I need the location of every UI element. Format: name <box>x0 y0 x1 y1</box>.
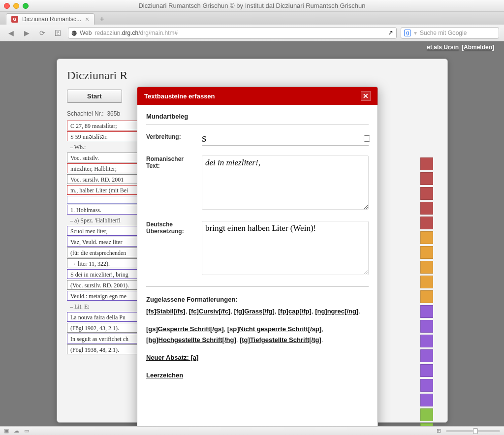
reader-icon[interactable]: ↗ <box>388 29 393 36</box>
format-tag-link[interactable]: [gs]Gesperrte Schrift[/gs] <box>146 325 223 333</box>
key-icon[interactable]: ⚿ <box>52 28 64 38</box>
format-tag-link[interactable]: [fc]Cursiv[/fc] <box>189 308 231 315</box>
modal-header: Textbausteine erfassen ✕ <box>137 87 378 105</box>
tag-icon[interactable]: ▭ <box>24 428 29 434</box>
browser-toolbar: ◀ ▶ ⟳ ⚿ ◍ Web redacziun.drg.ch/drg/main.… <box>0 25 504 41</box>
format-tag-link[interactable]: [fp]cap[/fp] <box>278 308 312 315</box>
minimize-window-icon[interactable] <box>13 3 19 9</box>
formats-line-1: [fs]Stabil[/fs], [fc]Cursiv[/fc], [fg]Gr… <box>146 306 369 317</box>
url-text: redacziun.drg.ch/drg/main.htm# <box>94 30 178 36</box>
verbreitung-input[interactable] <box>202 133 369 146</box>
traffic-lights <box>4 3 29 9</box>
modal-title: Textbausteine erfassen <box>144 93 215 100</box>
formats-line-2: [gs]Gesperrte Schrift[/gs], [sp]Nicht ge… <box>146 324 369 345</box>
window-title: Dicziunari Rumantsch Grischun © by Insti… <box>0 2 504 9</box>
status-icon[interactable]: ▣ <box>4 428 9 434</box>
grid-icon[interactable]: ⊞ <box>437 428 441 434</box>
forward-button[interactable]: ▶ <box>21 28 32 38</box>
format-tag-link[interactable]: [ng]ngrec[/ng] <box>315 308 358 315</box>
status-bar: ▣ ☁ ▭ ⊞ <box>0 426 504 435</box>
format-tag-link[interactable]: [tg]Tiefgestellte Schrift[/tg] <box>240 336 321 343</box>
zoom-thumb[interactable] <box>473 428 478 434</box>
verbreitung-label: Verbreitung: <box>146 133 193 140</box>
roman-text-input[interactable] <box>202 155 369 210</box>
modal-close-button[interactable]: ✕ <box>361 91 371 101</box>
new-tab-button[interactable]: + <box>96 14 107 25</box>
tab-label: Dicziunari Rumantsc... <box>22 16 81 23</box>
roman-text-label: Romanischer Text: <box>146 155 193 169</box>
page-viewport: et als Ursin [Abmelden] Dicziunari R Sta… <box>0 41 504 426</box>
close-tab-icon[interactable]: × <box>85 16 89 23</box>
window-chrome: Dicziunari Rumantsch Grischun © by Insti… <box>0 0 504 12</box>
favicon-icon: G <box>11 16 18 23</box>
format-tag-link[interactable]: [sp]Nicht gesperrte Schrift[/sp] <box>227 325 321 333</box>
cloud-icon[interactable]: ☁ <box>14 428 19 434</box>
zoom-window-icon[interactable] <box>23 3 29 9</box>
neuer-absatz-link[interactable]: Neuer Absatz: [a] <box>146 354 198 361</box>
modal-dialog: Textbausteine erfassen ✕ Mundartbeleg Ve… <box>137 87 378 426</box>
tab-bar: G Dicziunari Rumantsc... × + <box>0 12 504 25</box>
browser-tab[interactable]: G Dicziunari Rumantsc... × <box>6 13 94 25</box>
close-window-icon[interactable] <box>4 3 10 9</box>
google-icon: g <box>404 30 411 36</box>
search-bar[interactable]: g ▾ Suche mit Google <box>401 27 499 39</box>
formats-heading: Zugelassene Formatierungen: <box>146 296 369 303</box>
modal-body: Mundartbeleg Verbreitung: Romanischer Te… <box>137 105 378 426</box>
back-button[interactable]: ◀ <box>5 28 17 38</box>
verbreitung-checkbox[interactable] <box>364 135 370 142</box>
reload-button[interactable]: ⟳ <box>36 28 48 38</box>
search-placeholder: Suche mit Google <box>420 30 467 36</box>
divider <box>146 124 369 124</box>
globe-icon: ◍ <box>71 29 77 36</box>
format-tag-link[interactable]: [hg]Hochgestellte Schrift[/hg] <box>146 336 236 343</box>
section-heading: Mundartbeleg <box>146 113 369 120</box>
leerzeichen-link[interactable]: Leerzeichen <box>146 372 183 379</box>
german-text-label: Deutsche Übersetzung: <box>146 221 193 235</box>
german-text-input[interactable] <box>202 221 369 275</box>
url-scheme-label: Web <box>80 30 92 36</box>
address-bar[interactable]: ◍ Web redacziun.drg.ch/drg/main.htm# ↗ <box>68 27 397 39</box>
divider <box>146 286 369 287</box>
zoom-slider[interactable] <box>446 430 500 432</box>
format-tag-link[interactable]: [fg]Grass[/fg] <box>234 308 274 315</box>
format-tag-link[interactable]: [fs]Stabil[/fs] <box>146 308 185 315</box>
